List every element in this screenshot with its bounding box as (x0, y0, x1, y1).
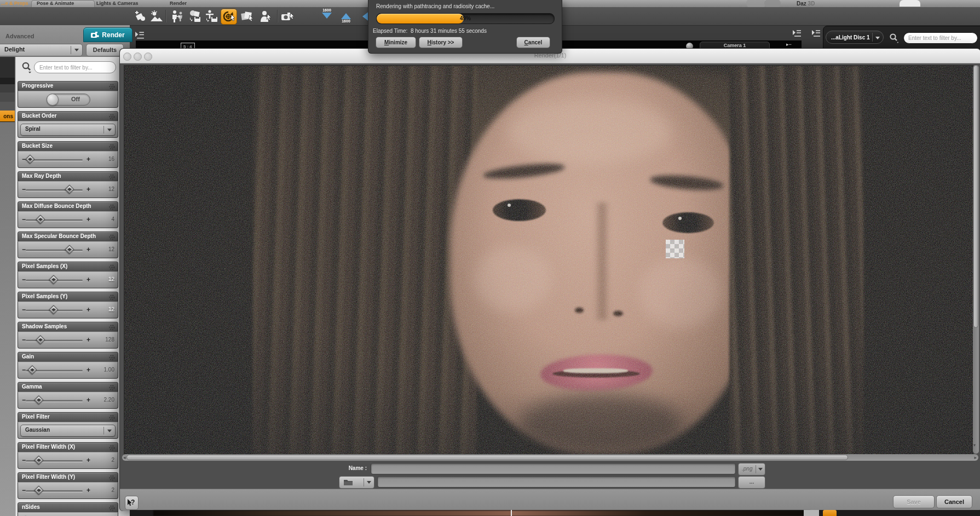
slider-knob[interactable] (36, 335, 45, 344)
slider-increment[interactable]: + (87, 276, 90, 283)
defaults-button[interactable]: Defaults (86, 44, 124, 56)
setting-panel-pixel-filter: Pixel FilterGaussian (18, 412, 118, 438)
setting-dropdown[interactable]: Gaussian (20, 425, 116, 437)
settings-filter-input[interactable] (34, 61, 116, 73)
advanced-tab-label[interactable]: Advanced (5, 33, 34, 39)
menu-figures-props[interactable]: ...e & Props (1, 1, 28, 6)
slider-increment[interactable]: + (87, 396, 90, 404)
slider-knob[interactable] (65, 185, 74, 194)
left-strip-item[interactable] (0, 57, 15, 78)
slider-increment[interactable]: + (87, 336, 90, 344)
save-shapes-icon[interactable] (187, 9, 203, 24)
viewport-corner-icon[interactable]: ▸− (786, 42, 792, 47)
new-spotlight-icon[interactable] (132, 9, 148, 24)
slider-knob[interactable] (49, 275, 58, 284)
camera-selection-icon[interactable] (280, 9, 296, 24)
slider-knob[interactable] (26, 155, 34, 164)
horizontal-scroll-thumb[interactable] (126, 455, 848, 460)
render-engine-dropdown[interactable]: Delight (0, 44, 83, 56)
menu-pose-animate[interactable]: Pose & Animate (37, 1, 74, 6)
setting-header: Max Specular Bounce Depth (18, 231, 118, 241)
history-button[interactable]: History >> (419, 37, 463, 48)
setting-body: −+4 (18, 211, 118, 228)
slider-increment[interactable]: + (87, 366, 90, 374)
scroll-right-arrow[interactable]: ▸ (974, 455, 977, 460)
browse-button[interactable]: ... (738, 476, 765, 489)
toggle-knob[interactable] (47, 94, 59, 106)
slider-knob[interactable] (34, 456, 43, 465)
toolbar-separator (277, 10, 278, 22)
chevron-down-icon (367, 481, 371, 486)
setting-dropdown[interactable]: Spiral (20, 124, 116, 136)
slider-value: 12 (93, 306, 114, 312)
setting-body: −+12 (18, 271, 118, 288)
slider-track[interactable] (26, 250, 83, 251)
slider-decrement[interactable]: − (22, 456, 26, 464)
menu-render[interactable]: Render (170, 1, 187, 6)
vertical-scrollbar[interactable] (973, 65, 979, 454)
panel-options-icon[interactable] (811, 29, 821, 39)
left-strip-item-active[interactable]: ons (0, 111, 15, 122)
cancel-button[interactable]: Cancel (936, 495, 972, 508)
node-selection-icon[interactable] (258, 9, 274, 24)
render-path-input[interactable] (377, 476, 736, 488)
slider-increment[interactable]: + (87, 155, 90, 163)
slider-decrement[interactable]: − (22, 336, 26, 344)
search-icon[interactable] (21, 61, 33, 77)
slider-decrement[interactable]: − (22, 216, 26, 223)
horizontal-scrollbar[interactable]: ◂ ▸ (122, 454, 978, 461)
left-strip-item[interactable] (0, 84, 15, 93)
left-strip-item[interactable] (0, 102, 15, 111)
format-dropdown[interactable]: .png (738, 463, 765, 476)
slider-increment[interactable]: + (87, 486, 90, 494)
panel-options-icon[interactable] (792, 29, 802, 39)
save-pose-icon[interactable] (204, 9, 219, 24)
resolution-down-button[interactable]: 1600 (318, 8, 336, 25)
help-button[interactable]: ? (125, 496, 139, 510)
slider-decrement[interactable]: − (22, 306, 26, 314)
panel-options-icon[interactable] (135, 31, 145, 43)
slider-decrement[interactable]: − (22, 276, 26, 283)
slider-increment[interactable]: + (87, 216, 90, 223)
minimize-button[interactable]: Minimize (376, 37, 416, 48)
surface-selection-icon[interactable] (240, 9, 255, 24)
slider-decrement[interactable]: − (22, 486, 26, 494)
slider-knob[interactable] (28, 366, 37, 374)
slider-knob[interactable] (49, 305, 58, 314)
vertical-scroll-thumb[interactable] (973, 65, 978, 328)
light-selector-dropdown[interactable]: ...aLight Disc 1 (826, 31, 884, 44)
cancel-render-button[interactable]: Cancel (516, 37, 550, 48)
slider-knob[interactable] (34, 396, 43, 404)
scroll-left-arrow[interactable]: ◂ (123, 455, 126, 460)
slider-increment[interactable]: + (87, 306, 90, 314)
search-icon[interactable] (889, 33, 900, 46)
active-pan-tool-icon[interactable] (221, 9, 237, 25)
fit-figures-icon[interactable] (170, 9, 186, 24)
slider-decrement[interactable]: − (22, 366, 26, 374)
toggle-switch[interactable]: Off (47, 94, 90, 106)
slider-track[interactable] (26, 189, 83, 191)
slider-knob[interactable] (36, 215, 45, 224)
slider-decrement[interactable]: − (22, 185, 26, 193)
environment-icon[interactable] (149, 9, 164, 24)
slider-increment[interactable]: + (87, 456, 90, 464)
slider-increment[interactable]: + (87, 246, 90, 253)
slider-knob[interactable] (34, 486, 43, 495)
slider-knob[interactable] (65, 245, 74, 254)
slider-decrement[interactable]: − (22, 396, 26, 404)
camera-icon (91, 32, 99, 38)
setting-body: −+12 (18, 241, 118, 258)
scroll-down-arrow[interactable]: ▾ (973, 443, 976, 448)
slider-decrement[interactable]: − (22, 246, 26, 253)
slider-track[interactable] (26, 340, 83, 341)
save-button[interactable]: Save (893, 495, 935, 508)
resolution-up-button[interactable]: 1600 (337, 8, 355, 25)
left-strip-item[interactable] (0, 92, 15, 102)
folder-button[interactable] (339, 476, 374, 489)
slider-track[interactable] (26, 219, 83, 221)
light-filter-input[interactable] (903, 32, 978, 44)
menu-lights-cameras[interactable]: Lights & Cameras (96, 1, 139, 6)
render-name-input[interactable] (371, 463, 736, 474)
tab-render[interactable]: Render (83, 27, 132, 42)
slider-increment[interactable]: + (87, 185, 90, 193)
